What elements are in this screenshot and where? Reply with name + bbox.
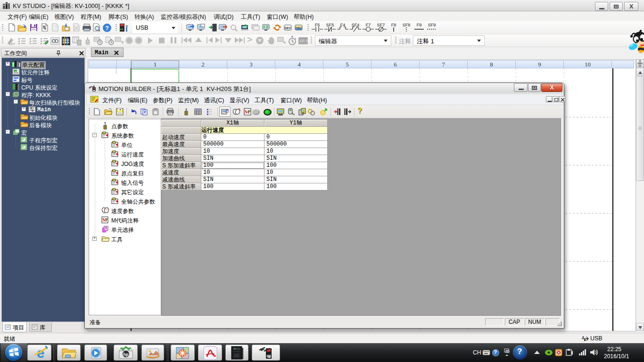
svg-text:?: ? [105, 25, 109, 32]
svg-text:SF5: SF5 [326, 23, 334, 27]
svg-text:DEV: DEV [285, 26, 291, 30]
svg-text:SF8: SF8 [403, 23, 411, 27]
svg-text:hp: hp [124, 352, 129, 357]
svg-text:SF7: SF7 [377, 23, 385, 27]
svg-text:F5: F5 [315, 23, 320, 27]
svg-text:F7: F7 [366, 23, 371, 27]
svg-text:SF9: SF9 [428, 23, 436, 27]
svg-text:F9: F9 [417, 23, 422, 27]
svg-text:F8: F8 [391, 23, 396, 27]
